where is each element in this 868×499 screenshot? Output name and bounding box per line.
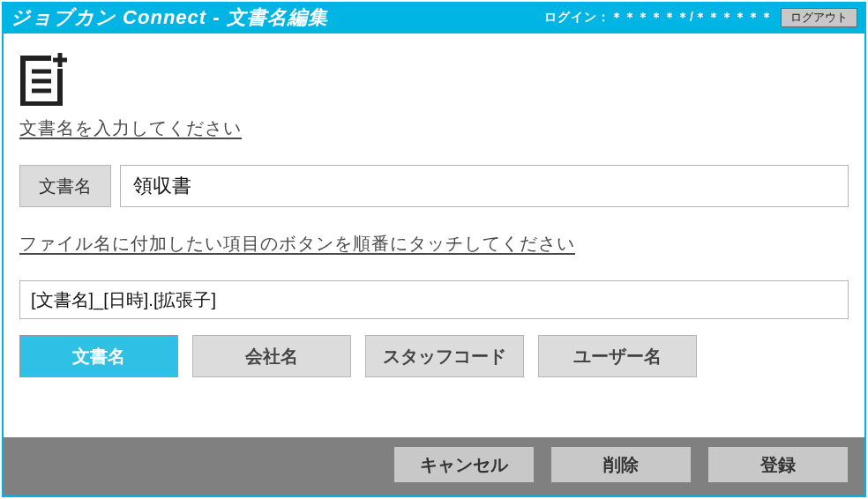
tag-button-staffcode[interactable]: スタッフコード: [365, 335, 524, 377]
footer-bar: キャンセル 削除 登録: [4, 437, 864, 495]
tag-button-row: 文書名 会社名 スタッフコード ユーザー名: [19, 335, 849, 377]
logout-button[interactable]: ログアウト: [781, 8, 857, 27]
app-title: ジョブカン Connect - 文書名編集: [11, 4, 328, 31]
doc-name-label: 文書名: [19, 165, 111, 207]
instruction-text-1: 文書名を入力してください: [19, 116, 849, 140]
tag-button-username[interactable]: ユーザー名: [538, 335, 697, 377]
login-info: ログイン：＊＊＊＊＊＊/＊＊＊＊＊＊: [544, 10, 774, 26]
app-window: ジョブカン Connect - 文書名編集 ログイン：＊＊＊＊＊＊/＊＊＊＊＊＊…: [2, 2, 866, 497]
register-button[interactable]: 登録: [707, 446, 849, 483]
instruction-text-2: ファイル名に付加したい項目のボタンを順番にタッチしてください: [19, 232, 849, 256]
titlebar: ジョブカン Connect - 文書名編集 ログイン：＊＊＊＊＊＊/＊＊＊＊＊＊…: [4, 4, 864, 34]
tag-button-docname[interactable]: 文書名: [19, 335, 178, 377]
cancel-button[interactable]: キャンセル: [393, 446, 535, 483]
delete-button[interactable]: 削除: [550, 446, 692, 483]
tag-button-company[interactable]: 会社名: [192, 335, 351, 377]
doc-name-input[interactable]: [120, 165, 849, 207]
content-area: 文書名を入力してください 文書名 ファイル名に付加したい項目のボタンを順番にタッ…: [4, 34, 864, 437]
doc-name-row: 文書名: [19, 165, 849, 207]
filename-pattern-input[interactable]: [19, 280, 849, 319]
document-plus-icon: [19, 51, 69, 106]
